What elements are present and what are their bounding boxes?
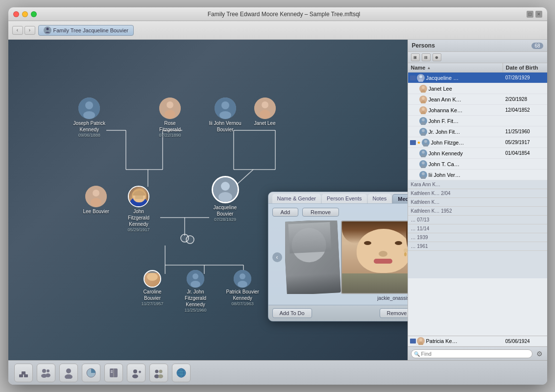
svg-point-28 [165, 110, 175, 119]
svg-point-102 [159, 369, 162, 373]
toolbar-btn-1[interactable]: ⊞ [411, 53, 420, 61]
search-input[interactable] [411, 349, 532, 358]
column-headers: Name ▲ Date of Birth [408, 63, 547, 73]
gear-button[interactable]: ⚙ [535, 349, 544, 358]
book-view-button[interactable] [104, 364, 123, 382]
persons-list[interactable]: Jacqueline … 07/28/1929 Janet Lee [408, 73, 547, 336]
patrick-avatar [234, 270, 251, 288]
family-view-button[interactable] [37, 364, 55, 382]
chart-view-button[interactable] [82, 364, 100, 382]
caroline-photo [144, 270, 161, 288]
node-patrick[interactable]: Patrick BouvierKennedy 08/07/1963 [226, 270, 259, 306]
jr-john-name: Jr. John Fit… [429, 129, 504, 135]
person-row-john-kennedy[interactable]: John Kennedy 01/04/1854 [408, 148, 547, 159]
gallery-thumb-left[interactable] [285, 220, 341, 294]
person-row-jean-ann[interactable]: Jean Ann K… 2/20/1928 [408, 94, 547, 105]
caroline-date: 11/27/1957 [142, 301, 164, 306]
jacqueline-avatar [212, 176, 239, 203]
globe-view-button[interactable] [172, 364, 191, 382]
svg-point-90 [66, 368, 71, 373]
tab-person-events[interactable]: Person Events [322, 194, 367, 203]
svg-line-12 [237, 170, 253, 184]
svg-point-31 [219, 111, 231, 119]
person-row-iii-john-ver[interactable]: Iii John Ver… [408, 170, 547, 180]
tree-view-button[interactable] [14, 364, 33, 382]
janet-icon [419, 85, 427, 93]
person-row-patricia[interactable]: Patricia Ke… 05/06/1924 [408, 336, 547, 346]
window-close-icon[interactable]: ✕ [535, 11, 542, 18]
person-view-button[interactable] [59, 364, 78, 382]
svg-point-89 [46, 373, 50, 377]
patricia-flag [410, 339, 416, 343]
person-row-jr-john[interactable]: Jr. John Fit… 11/25/1960 [408, 126, 547, 137]
johanna-dob: 12/04/1852 [504, 107, 545, 113]
johanna-name: Johanna Ke… [429, 107, 504, 113]
family-tab-label: Family Tree Jacqueline Bouvier [53, 27, 128, 33]
tab-name-gender[interactable]: Name & Gender [272, 194, 321, 203]
family-tab[interactable]: Family Tree Jacqueline Bouvier [38, 25, 134, 36]
svg-point-25 [83, 111, 95, 119]
person-row-janet-lee[interactable]: Janet Lee [408, 83, 547, 94]
node-caroline[interactable]: CarolineBouvier 11/27/1957 [142, 270, 164, 306]
jfk-date: 05/29/1917 [128, 227, 150, 232]
node-rose-fitzgerald[interactable]: RoseFitzgerald 07/22/1890 [159, 98, 181, 138]
detail-content: Add Remove ‹ [268, 204, 408, 305]
forward-button[interactable]: › [24, 26, 35, 35]
patrick-date: 08/07/1963 [232, 301, 254, 306]
add-todo-button[interactable]: Add To Do [272, 308, 312, 318]
person-row-john-fitzge[interactable]: ★ John Fitzge… 05/29/1917 [408, 137, 547, 148]
gallery-main-image[interactable] [341, 220, 408, 294]
toolbar-btn-2[interactable]: ⊟ [422, 53, 431, 61]
john-fitzge-name: John Fitzge… [431, 140, 504, 146]
detail-tabs: Name & Gender Person Events Notes Media [268, 192, 408, 204]
tab-notes[interactable]: Notes [368, 194, 392, 203]
jacqueline-flag [410, 75, 416, 80]
janet-name: Janet Lee [429, 86, 504, 92]
node-jfk[interactable]: JohnFitzgeraldKennedy 05/29/1917 [128, 186, 150, 232]
add-media-button[interactable]: Add [272, 208, 299, 217]
couple-view-button[interactable] [149, 364, 168, 382]
node-jacqueline[interactable]: JacquelineBouvier 07/28/1929 [212, 176, 239, 222]
johanna-icon [419, 106, 427, 114]
minimize-button[interactable] [22, 11, 28, 17]
persons-panel-header: Persons 68 [408, 40, 547, 52]
jr-john-label: Jr. JohnFitzgeraldKennedy [185, 289, 206, 308]
svg-point-37 [91, 198, 101, 207]
jr-john-avatar [187, 270, 204, 288]
window-resize-icon[interactable]: ⊡ [527, 11, 533, 18]
maximize-button[interactable] [31, 11, 37, 17]
jacqueline-icon [417, 74, 425, 82]
svg-point-91 [65, 374, 72, 379]
node-jr-john[interactable]: Jr. JohnFitzgeraldKennedy 11/25/1960 [185, 270, 207, 313]
toolbar-btn-3[interactable]: ⊕ [433, 53, 441, 61]
person-row-jacqueline[interactable]: Jacqueline … 07/28/1929 [408, 73, 547, 83]
persons-list-overflow: Kara Ann K… Kathleen K… 2/04 Kathleen K…… [408, 180, 547, 278]
patricia-dob: 05/06/1924 [504, 339, 545, 344]
person-row-johanna[interactable]: Johanna Ke… 12/04/1852 [408, 105, 547, 116]
node-joseph-kennedy[interactable]: Joseph PatrickKennedy 09/06/1888 [73, 98, 106, 138]
back-button[interactable]: ‹ [12, 26, 23, 35]
person-add-button[interactable] [127, 364, 145, 382]
svg-point-40 [218, 192, 232, 202]
jacqueline-name: Jacqueline … [426, 75, 504, 81]
node-iii-john[interactable]: Iii John VernouBouvier [209, 98, 241, 133]
tab-media[interactable]: Media [392, 194, 407, 203]
node-lee-bouvier[interactable]: Lee Bouvier [83, 186, 109, 215]
tree-area[interactable]: Joseph PatrickKennedy 09/06/1888 RoseFit… [8, 40, 408, 360]
svg-point-69 [422, 150, 425, 153]
remove-media-button[interactable]: Remove [302, 208, 339, 217]
svg-point-0 [46, 27, 48, 30]
svg-point-60 [422, 118, 425, 121]
detail-panel: Name & Gender Person Events Notes Media … [268, 192, 408, 321]
node-janet-lee[interactable]: Janet Lee [254, 98, 276, 126]
svg-point-86 [42, 369, 46, 373]
svg-point-21 [181, 234, 189, 242]
person-row-john-f[interactable]: John F. Fit… [408, 116, 547, 126]
gallery-prev-button[interactable]: ‹ [272, 252, 282, 262]
remove-person-button[interactable]: Remove Person [380, 308, 408, 318]
nav-buttons: ‹ › [12, 26, 35, 35]
close-button[interactable] [13, 11, 19, 17]
person-row-john-t[interactable]: John T. Ca… [408, 159, 547, 170]
john-t-icon [419, 160, 427, 168]
search-wrapper: 🔍 [411, 349, 532, 358]
